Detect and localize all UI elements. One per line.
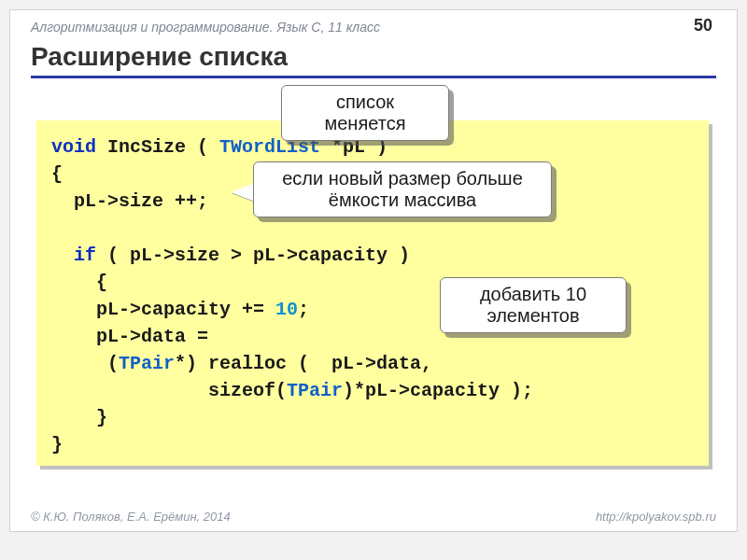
code-text: ; [298,299,309,320]
type-tpair: TPair [119,353,175,374]
footer-url: http://kpolyakov.spb.ru [596,510,716,524]
footer: © К.Ю. Поляков, Е.А. Ерёмин, 2014 http:/… [31,510,716,524]
keyword-void: void [51,136,96,158]
code-text: { [51,163,63,185]
page-number: 50 [694,16,712,35]
code-text: } [51,407,107,428]
code-text: ( [51,353,119,374]
code-text: pL->data = [51,326,208,347]
code-text: ( pL->size > pL->capacity ) [96,245,410,266]
type-tpair: TPair [287,380,343,401]
code-text: sizeof( [51,380,287,401]
code-text: pL->capacity += [51,299,275,320]
callout-list-changes: списокменяется [281,85,449,141]
code-text: )*pL->capacity ); [343,380,533,401]
keyword-if: if [74,245,96,266]
footer-copyright: © К.Ю. Поляков, Е.А. Ерёмин, 2014 [31,510,231,524]
literal-10: 10 [275,299,298,320]
slide: Алгоритмизация и программирование. Язык … [9,9,738,532]
code-text: IncSize ( [96,136,219,158]
code-text: { [51,272,107,293]
code-text: pL->size ++; [51,190,208,212]
code-text: *) realloc ( pL->data, [175,353,432,374]
callout-add-elements: добавить 10элементов [440,277,627,333]
callout-if-condition: если новый размер большеёмкости массива [253,161,552,217]
code-text [51,245,74,266]
slide-title: Расширение списка [31,42,716,78]
code-text: } [51,434,63,455]
course-header: Алгоритмизация и программирование. Язык … [31,20,716,35]
callout-tail-icon [231,183,255,202]
